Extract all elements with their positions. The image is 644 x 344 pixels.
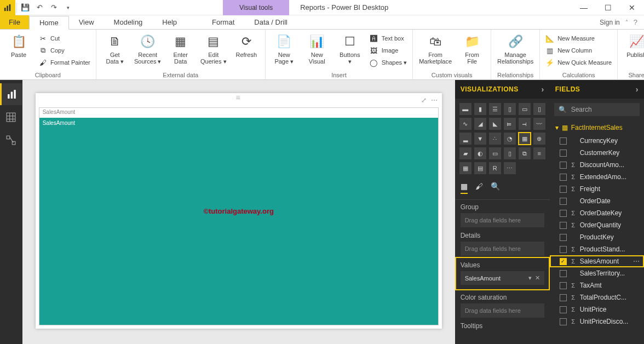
field-item[interactable]: ΣTotalProductC... <box>550 291 644 303</box>
redo-icon[interactable]: ↷ <box>47 0 61 15</box>
chevron-down-icon[interactable]: ▾ <box>528 274 532 282</box>
field-item[interactable]: SalesTerritory... <box>550 267 644 279</box>
well-color-saturation[interactable]: Color saturation Drag data fields here <box>455 290 550 319</box>
qat-dropdown-icon[interactable]: ▾ <box>61 0 75 15</box>
clustered-bar-icon[interactable]: ☰ <box>489 103 501 115</box>
hundred-column-icon[interactable]: ▯ <box>533 103 545 115</box>
undo-icon[interactable]: ↶ <box>32 0 47 15</box>
checkbox[interactable] <box>560 186 567 193</box>
well-tooltips[interactable]: Tooltips <box>455 319 550 333</box>
buttons-button[interactable]: ☐Buttons ▾ <box>335 31 365 65</box>
checkbox[interactable] <box>560 210 567 217</box>
text-box-button[interactable]: 🅰Text box <box>367 33 409 44</box>
field-item[interactable]: ΣDiscountAmo... <box>550 159 644 171</box>
tab-format[interactable]: Format <box>202 15 244 29</box>
report-view-button[interactable] <box>0 83 22 105</box>
field-item[interactable]: ΣUnitPrice <box>550 303 644 316</box>
checkbox[interactable] <box>560 294 567 301</box>
r-visual-icon[interactable]: R <box>489 162 501 174</box>
treemap-body[interactable]: SalesAmount <box>39 118 438 325</box>
checkbox[interactable] <box>560 306 567 313</box>
checkbox[interactable] <box>560 222 567 229</box>
report-page[interactable]: ≡ ⤢ ⋯ SalesAmount SalesAmount ©tutorialg… <box>36 93 442 329</box>
well-group[interactable]: Group Drag data fields here <box>455 200 550 228</box>
treemap-icon[interactable]: ▦ <box>519 133 531 145</box>
matrix-icon[interactable]: ▤ <box>474 162 486 174</box>
edit-queries-button[interactable]: ▤Edit Queries ▾ <box>198 31 229 65</box>
checkbox[interactable] <box>560 174 567 181</box>
tab-data-drill[interactable]: Data / Drill <box>244 15 297 29</box>
checkbox[interactable] <box>560 282 567 289</box>
tab-modeling[interactable]: Modeling <box>104 15 153 29</box>
maximize-button[interactable]: ☐ <box>596 0 620 15</box>
checkbox[interactable]: ✓ <box>560 258 567 265</box>
canvas-area[interactable]: ≡ ⤢ ⋯ SalesAmount SalesAmount ©tutorialg… <box>22 80 455 344</box>
more-options-icon[interactable]: ⋯ <box>633 257 640 265</box>
checkbox[interactable] <box>560 270 567 277</box>
field-item[interactable]: ΣUnitPriceDisco... <box>550 316 644 328</box>
fields-tab-icon[interactable]: ▦ <box>461 182 468 194</box>
funnel-icon[interactable]: ▼ <box>474 133 486 145</box>
from-file-button[interactable]: 📁From File <box>457 31 487 65</box>
format-tab-icon[interactable]: 🖌 <box>475 182 483 194</box>
multi-card-icon[interactable]: ▯ <box>504 147 516 159</box>
map-icon[interactable]: ⊕ <box>533 133 545 145</box>
tab-help[interactable]: Help <box>152 15 187 29</box>
remove-field-icon[interactable]: ✕ <box>535 274 540 282</box>
tab-file[interactable]: File <box>0 15 29 29</box>
copy-button[interactable]: ⧉Copy <box>36 45 93 56</box>
new-measure-button[interactable]: 📐New Measure <box>543 33 614 44</box>
more-visuals-icon[interactable]: ⋯ <box>504 162 516 174</box>
tab-view[interactable]: View <box>69 15 104 29</box>
enter-data-button[interactable]: ▦Enter Data <box>165 31 196 65</box>
field-item[interactable]: ProductKey <box>550 231 644 243</box>
sign-in[interactable]: Sign in ˄ ? <box>593 15 644 29</box>
value-field-pill[interactable]: SalesAmount ▾✕ <box>461 271 544 285</box>
chevron-right-icon[interactable]: › <box>541 85 544 94</box>
line-clustered-icon[interactable]: ⫤ <box>519 118 531 130</box>
card-icon[interactable]: ▭ <box>489 147 501 159</box>
drop-zone[interactable]: Drag data fields here <box>461 242 544 256</box>
kpi-icon[interactable]: ⧉ <box>519 147 531 159</box>
treemap-visual[interactable]: SalesAmount SalesAmount <box>39 107 439 325</box>
stacked-bar-icon[interactable]: ▬ <box>459 103 472 115</box>
checkbox[interactable] <box>560 137 567 145</box>
cut-button[interactable]: ✂Cut <box>36 33 93 44</box>
new-page-button[interactable]: 📄New Page ▾ <box>269 31 300 65</box>
field-item[interactable]: ΣTaxAmt <box>550 279 644 291</box>
drop-zone[interactable]: Drag data fields here <box>461 213 544 227</box>
publish-button[interactable]: 📈Publish <box>621 31 644 58</box>
paste-button[interactable]: 📋 Paste <box>3 31 34 58</box>
field-item[interactable]: OrderDate <box>550 195 644 207</box>
field-item[interactable]: ΣFreight <box>550 183 644 195</box>
drop-zone[interactable]: Drag data fields here <box>461 303 544 318</box>
get-data-button[interactable]: 🗎Get Data ▾ <box>100 31 130 65</box>
format-painter-button[interactable]: 🖌Format Painter <box>36 57 93 68</box>
manage-relationships-button[interactable]: 🔗Manage Relationships <box>495 31 536 65</box>
scatter-icon[interactable]: ∴ <box>489 133 501 145</box>
stacked-column-icon[interactable]: ▮ <box>474 103 486 115</box>
area-chart-icon[interactable]: ◢ <box>474 118 486 130</box>
field-item[interactable]: CurrencyKey <box>550 135 644 147</box>
checkbox[interactable] <box>560 246 567 253</box>
checkbox[interactable] <box>560 162 567 169</box>
more-options-icon[interactable]: ⋯ <box>431 96 438 104</box>
checkbox[interactable] <box>560 198 567 205</box>
search-input[interactable]: 🔍 Search <box>554 103 640 116</box>
minimize-button[interactable]: — <box>572 0 596 15</box>
table-icon[interactable]: ▦ <box>459 162 472 174</box>
field-item[interactable]: ΣExtendedAmo... <box>550 171 644 183</box>
stacked-area-icon[interactable]: ◣ <box>489 118 501 130</box>
slicer-icon[interactable]: ≡ <box>533 147 545 159</box>
filled-map-icon[interactable]: ▰ <box>459 147 472 159</box>
help-icon[interactable]: ? <box>634 18 637 26</box>
data-view-button[interactable] <box>0 106 22 128</box>
chevron-right-icon[interactable]: › <box>636 85 639 94</box>
model-view-button[interactable] <box>0 129 22 151</box>
line-column-icon[interactable]: ⫢ <box>504 118 516 130</box>
field-item[interactable]: ✓ΣSalesAmount⋯ <box>550 255 644 267</box>
analytics-tab-icon[interactable]: 🔍 <box>491 182 500 194</box>
field-item[interactable]: ΣOrderQuantity <box>550 219 644 231</box>
new-visual-button[interactable]: 📊New Visual <box>302 31 332 65</box>
recent-sources-button[interactable]: 🕓Recent Sources ▾ <box>133 31 163 65</box>
